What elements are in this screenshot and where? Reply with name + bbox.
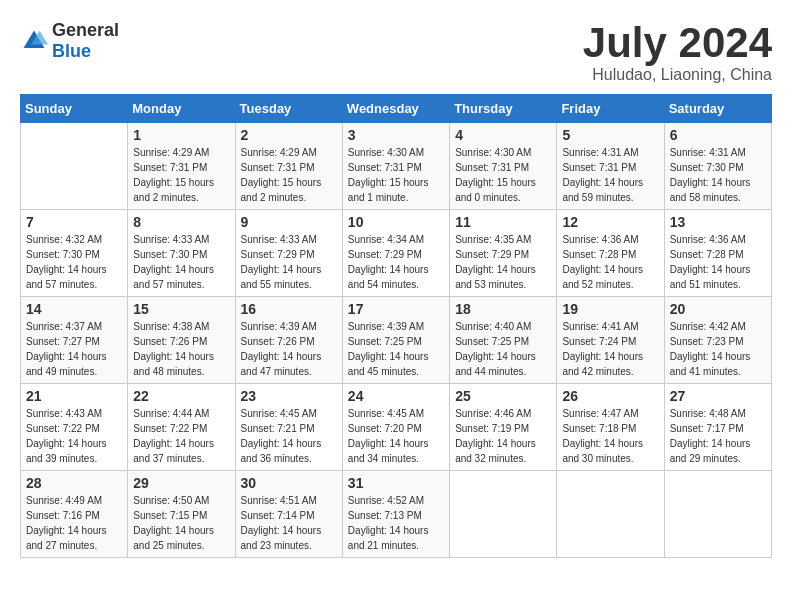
calendar-body: 1Sunrise: 4:29 AM Sunset: 7:31 PM Daylig… [21,123,772,558]
day-cell: 19Sunrise: 4:41 AM Sunset: 7:24 PM Dayli… [557,297,664,384]
day-info: Sunrise: 4:33 AM Sunset: 7:30 PM Dayligh… [133,232,229,292]
day-number: 21 [26,388,122,404]
header-tuesday: Tuesday [235,95,342,123]
title-block: July 2024 Huludao, Liaoning, China [583,20,772,84]
day-number: 10 [348,214,444,230]
day-cell: 18Sunrise: 4:40 AM Sunset: 7:25 PM Dayli… [450,297,557,384]
day-cell: 14Sunrise: 4:37 AM Sunset: 7:27 PM Dayli… [21,297,128,384]
day-info: Sunrise: 4:30 AM Sunset: 7:31 PM Dayligh… [348,145,444,205]
day-cell: 26Sunrise: 4:47 AM Sunset: 7:18 PM Dayli… [557,384,664,471]
day-cell [450,471,557,558]
day-info: Sunrise: 4:39 AM Sunset: 7:26 PM Dayligh… [241,319,337,379]
day-number: 15 [133,301,229,317]
day-info: Sunrise: 4:47 AM Sunset: 7:18 PM Dayligh… [562,406,658,466]
day-number: 19 [562,301,658,317]
day-cell [664,471,771,558]
day-cell: 1Sunrise: 4:29 AM Sunset: 7:31 PM Daylig… [128,123,235,210]
header-row: SundayMondayTuesdayWednesdayThursdayFrid… [21,95,772,123]
day-cell: 11Sunrise: 4:35 AM Sunset: 7:29 PM Dayli… [450,210,557,297]
logo: General Blue [20,20,119,62]
day-cell: 10Sunrise: 4:34 AM Sunset: 7:29 PM Dayli… [342,210,449,297]
logo-text: General Blue [52,20,119,62]
day-cell: 21Sunrise: 4:43 AM Sunset: 7:22 PM Dayli… [21,384,128,471]
day-cell: 12Sunrise: 4:36 AM Sunset: 7:28 PM Dayli… [557,210,664,297]
day-number: 13 [670,214,766,230]
header-thursday: Thursday [450,95,557,123]
day-info: Sunrise: 4:32 AM Sunset: 7:30 PM Dayligh… [26,232,122,292]
day-info: Sunrise: 4:52 AM Sunset: 7:13 PM Dayligh… [348,493,444,553]
week-row-3: 14Sunrise: 4:37 AM Sunset: 7:27 PM Dayli… [21,297,772,384]
day-info: Sunrise: 4:31 AM Sunset: 7:31 PM Dayligh… [562,145,658,205]
week-row-4: 21Sunrise: 4:43 AM Sunset: 7:22 PM Dayli… [21,384,772,471]
day-info: Sunrise: 4:50 AM Sunset: 7:15 PM Dayligh… [133,493,229,553]
day-info: Sunrise: 4:48 AM Sunset: 7:17 PM Dayligh… [670,406,766,466]
day-cell: 28Sunrise: 4:49 AM Sunset: 7:16 PM Dayli… [21,471,128,558]
week-row-5: 28Sunrise: 4:49 AM Sunset: 7:16 PM Dayli… [21,471,772,558]
day-cell: 20Sunrise: 4:42 AM Sunset: 7:23 PM Dayli… [664,297,771,384]
day-cell: 2Sunrise: 4:29 AM Sunset: 7:31 PM Daylig… [235,123,342,210]
day-cell: 6Sunrise: 4:31 AM Sunset: 7:30 PM Daylig… [664,123,771,210]
day-number: 20 [670,301,766,317]
day-number: 30 [241,475,337,491]
day-cell: 7Sunrise: 4:32 AM Sunset: 7:30 PM Daylig… [21,210,128,297]
day-number: 4 [455,127,551,143]
day-info: Sunrise: 4:41 AM Sunset: 7:24 PM Dayligh… [562,319,658,379]
day-info: Sunrise: 4:33 AM Sunset: 7:29 PM Dayligh… [241,232,337,292]
day-info: Sunrise: 4:44 AM Sunset: 7:22 PM Dayligh… [133,406,229,466]
day-number: 7 [26,214,122,230]
day-cell: 27Sunrise: 4:48 AM Sunset: 7:17 PM Dayli… [664,384,771,471]
logo-general: General [52,20,119,40]
day-number: 12 [562,214,658,230]
day-cell: 24Sunrise: 4:45 AM Sunset: 7:20 PM Dayli… [342,384,449,471]
day-cell: 9Sunrise: 4:33 AM Sunset: 7:29 PM Daylig… [235,210,342,297]
logo-icon [20,27,48,55]
month-title: July 2024 [583,20,772,66]
day-number: 23 [241,388,337,404]
day-info: Sunrise: 4:29 AM Sunset: 7:31 PM Dayligh… [241,145,337,205]
week-row-2: 7Sunrise: 4:32 AM Sunset: 7:30 PM Daylig… [21,210,772,297]
day-cell: 25Sunrise: 4:46 AM Sunset: 7:19 PM Dayli… [450,384,557,471]
day-number: 1 [133,127,229,143]
day-number: 25 [455,388,551,404]
header-monday: Monday [128,95,235,123]
day-info: Sunrise: 4:45 AM Sunset: 7:20 PM Dayligh… [348,406,444,466]
day-cell: 23Sunrise: 4:45 AM Sunset: 7:21 PM Dayli… [235,384,342,471]
day-cell [21,123,128,210]
day-cell: 22Sunrise: 4:44 AM Sunset: 7:22 PM Dayli… [128,384,235,471]
day-number: 29 [133,475,229,491]
header-sunday: Sunday [21,95,128,123]
day-cell: 17Sunrise: 4:39 AM Sunset: 7:25 PM Dayli… [342,297,449,384]
day-cell: 13Sunrise: 4:36 AM Sunset: 7:28 PM Dayli… [664,210,771,297]
header-saturday: Saturday [664,95,771,123]
day-info: Sunrise: 4:36 AM Sunset: 7:28 PM Dayligh… [670,232,766,292]
header-wednesday: Wednesday [342,95,449,123]
day-info: Sunrise: 4:29 AM Sunset: 7:31 PM Dayligh… [133,145,229,205]
page-header: General Blue July 2024 Huludao, Liaoning… [20,20,772,84]
logo-blue: Blue [52,41,91,61]
day-info: Sunrise: 4:46 AM Sunset: 7:19 PM Dayligh… [455,406,551,466]
day-number: 17 [348,301,444,317]
calendar-header: SundayMondayTuesdayWednesdayThursdayFrid… [21,95,772,123]
day-info: Sunrise: 4:30 AM Sunset: 7:31 PM Dayligh… [455,145,551,205]
day-info: Sunrise: 4:35 AM Sunset: 7:29 PM Dayligh… [455,232,551,292]
day-number: 18 [455,301,551,317]
day-cell: 8Sunrise: 4:33 AM Sunset: 7:30 PM Daylig… [128,210,235,297]
day-info: Sunrise: 4:40 AM Sunset: 7:25 PM Dayligh… [455,319,551,379]
day-info: Sunrise: 4:37 AM Sunset: 7:27 PM Dayligh… [26,319,122,379]
calendar-table: SundayMondayTuesdayWednesdayThursdayFrid… [20,94,772,558]
day-cell: 29Sunrise: 4:50 AM Sunset: 7:15 PM Dayli… [128,471,235,558]
header-friday: Friday [557,95,664,123]
day-info: Sunrise: 4:34 AM Sunset: 7:29 PM Dayligh… [348,232,444,292]
day-cell: 15Sunrise: 4:38 AM Sunset: 7:26 PM Dayli… [128,297,235,384]
day-number: 27 [670,388,766,404]
day-number: 14 [26,301,122,317]
day-number: 28 [26,475,122,491]
day-info: Sunrise: 4:49 AM Sunset: 7:16 PM Dayligh… [26,493,122,553]
week-row-1: 1Sunrise: 4:29 AM Sunset: 7:31 PM Daylig… [21,123,772,210]
day-number: 6 [670,127,766,143]
day-cell: 3Sunrise: 4:30 AM Sunset: 7:31 PM Daylig… [342,123,449,210]
day-cell: 16Sunrise: 4:39 AM Sunset: 7:26 PM Dayli… [235,297,342,384]
day-info: Sunrise: 4:38 AM Sunset: 7:26 PM Dayligh… [133,319,229,379]
day-number: 24 [348,388,444,404]
day-info: Sunrise: 4:39 AM Sunset: 7:25 PM Dayligh… [348,319,444,379]
